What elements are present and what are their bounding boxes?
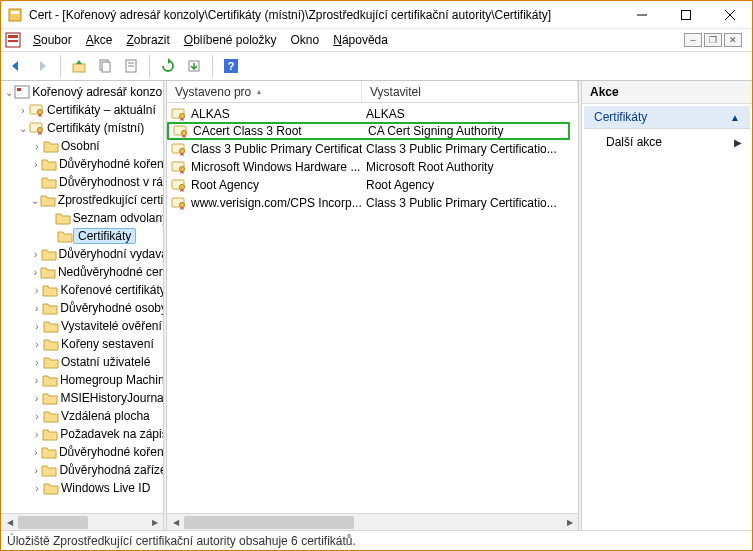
help-button[interactable]: ?: [220, 55, 242, 77]
expand-open-icon[interactable]: ⌄: [17, 123, 29, 134]
refresh-button[interactable]: [157, 55, 179, 77]
actions-section[interactable]: Certifikáty ▲: [584, 106, 750, 129]
expand-closed-icon[interactable]: ›: [31, 249, 41, 260]
sysmenu-icon[interactable]: [7, 7, 23, 23]
list-row[interactable]: CAcert Class 3 RootCA Cert Signing Autho…: [167, 122, 570, 140]
tree-item[interactable]: ›Důvěryhodná zařízení: [3, 461, 163, 479]
expand-closed-icon[interactable]: ›: [31, 393, 42, 404]
tree-label: Zprostředkující certifikační: [56, 193, 163, 207]
mdi-minimize[interactable]: –: [684, 33, 702, 47]
tree-item[interactable]: ›Důvěryhodné osoby: [3, 299, 163, 317]
expand-closed-icon[interactable]: ›: [31, 465, 41, 476]
tree-item[interactable]: ›Kořenové certifikáty: [3, 281, 163, 299]
tree-item[interactable]: ›MSIEHistoryJournal: [3, 389, 163, 407]
tree-item[interactable]: ›Vzdálená plocha: [3, 407, 163, 425]
expand-closed-icon[interactable]: ›: [31, 429, 42, 440]
menu-napoveda[interactable]: Nápověda: [327, 31, 394, 49]
actions-more-label: Další akce: [606, 135, 662, 149]
list-row[interactable]: Class 3 Public Primary Certificat...Clas…: [167, 140, 578, 158]
close-button[interactable]: [708, 1, 752, 28]
menu-akce[interactable]: Akce: [80, 31, 119, 49]
expand-closed-icon[interactable]: ›: [31, 141, 43, 152]
column-issued-to[interactable]: Vystaveno pro▴: [167, 81, 362, 102]
minimize-button[interactable]: [620, 1, 664, 28]
tree-label: Kořenové certifikáty: [58, 283, 163, 297]
svg-text:?: ?: [228, 60, 235, 72]
list-row[interactable]: ALKASALKAS: [167, 105, 578, 123]
tree-item[interactable]: ›Windows Live ID: [3, 479, 163, 497]
scroll-right-icon[interactable]: ▶: [146, 514, 163, 531]
tree-item[interactable]: Důvěryhodnost v rámci: [3, 173, 163, 191]
folder-icon: [43, 318, 59, 334]
menu-zobrazit[interactable]: Zobrazit: [120, 31, 175, 49]
expand-closed-icon[interactable]: ›: [31, 483, 43, 494]
svg-rect-8: [8, 40, 18, 42]
list-row[interactable]: Microsoft Windows Hardware ...Microsoft …: [167, 158, 578, 176]
scroll-left-icon[interactable]: ◀: [1, 514, 18, 531]
expand-closed-icon[interactable]: ›: [31, 267, 40, 278]
up-button[interactable]: [68, 55, 90, 77]
column-issuer[interactable]: Vystavitel: [362, 81, 578, 102]
tree-item[interactable]: ⌄Certifikáty (místní): [3, 119, 163, 137]
mdi-controls: – ❐ ✕: [684, 33, 748, 47]
tree-h-scrollbar[interactable]: ◀ ▶: [1, 513, 163, 530]
tree-item[interactable]: Seznam odvolaných: [3, 209, 163, 227]
expand-closed-icon[interactable]: ›: [31, 357, 43, 368]
scroll-left-icon[interactable]: ◀: [167, 514, 184, 531]
tree-item[interactable]: ›Důvěryhodní vydavatelé: [3, 245, 163, 263]
tree-item[interactable]: ›Požadavek na zápis: [3, 425, 163, 443]
tree-item[interactable]: ›Kořeny sestavení: [3, 335, 163, 353]
tree-item[interactable]: ⌄Kořenový adresář konzoly: [3, 83, 163, 101]
tree-item[interactable]: ›Homegroup Machine: [3, 371, 163, 389]
tree-label: Ostatní uživatelé: [59, 355, 152, 369]
tree-item[interactable]: ›Certifikáty – aktuální: [3, 101, 163, 119]
expand-closed-icon[interactable]: ›: [31, 159, 41, 170]
menu-oblibene[interactable]: Oblíbené položky: [178, 31, 283, 49]
expand-open-icon[interactable]: ⌄: [3, 87, 14, 98]
expand-closed-icon[interactable]: ›: [31, 285, 42, 296]
expand-closed-icon[interactable]: ›: [31, 339, 43, 350]
tree-item[interactable]: ⌄Zprostředkující certifikační: [3, 191, 163, 209]
folder-icon: [41, 156, 57, 172]
maximize-button[interactable]: [664, 1, 708, 28]
folder-icon: [57, 228, 73, 244]
actions-section-label: Certifikáty: [594, 110, 647, 124]
forward-button[interactable]: [31, 55, 53, 77]
list-h-scrollbar[interactable]: ◀ ▶: [167, 513, 578, 530]
tree-item[interactable]: ›Ostatní uživatelé: [3, 353, 163, 371]
expand-closed-icon[interactable]: ›: [31, 411, 43, 422]
tree-item[interactable]: ›Důvěryhodné kořenové: [3, 155, 163, 173]
menu-soubor[interactable]: Soubor: [27, 31, 78, 49]
tree-label: Vystavitelé ověření: [59, 319, 163, 333]
expand-open-icon[interactable]: ⌄: [31, 195, 40, 206]
expand-closed-icon[interactable]: ›: [31, 375, 42, 386]
mdi-close[interactable]: ✕: [724, 33, 742, 47]
tree[interactable]: ⌄Kořenový adresář konzoly›Certifikáty – …: [1, 81, 163, 513]
cell-issuer: CA Cert Signing Authority: [364, 124, 568, 138]
submenu-icon: ▶: [734, 137, 742, 148]
svg-rect-0: [9, 9, 21, 21]
mdi-restore[interactable]: ❐: [704, 33, 722, 47]
actions-more[interactable]: Další akce ▶: [582, 131, 752, 153]
tree-item[interactable]: ›Osobní: [3, 137, 163, 155]
tree-item[interactable]: ›Nedůvěryhodné certifikáty: [3, 263, 163, 281]
expand-closed-icon[interactable]: ›: [17, 105, 29, 116]
expand-closed-icon[interactable]: ›: [31, 321, 43, 332]
list[interactable]: ALKASALKASCAcert Class 3 RootCA Cert Sig…: [167, 103, 578, 513]
properties-button[interactable]: [120, 55, 142, 77]
export-button[interactable]: [183, 55, 205, 77]
list-row[interactable]: Root AgencyRoot Agency: [167, 176, 578, 194]
cell-issuer: Class 3 Public Primary Certificatio...: [362, 142, 578, 156]
expand-closed-icon[interactable]: ›: [31, 447, 41, 458]
back-button[interactable]: [5, 55, 27, 77]
list-row[interactable]: www.verisign.com/CPS Incorp...Class 3 Pu…: [167, 194, 578, 212]
svg-point-29: [179, 148, 184, 153]
svg-point-21: [37, 109, 42, 114]
expand-closed-icon[interactable]: ›: [31, 303, 42, 314]
tree-item[interactable]: Certifikáty: [3, 227, 163, 245]
tree-item[interactable]: ›Důvěryhodné kořenové: [3, 443, 163, 461]
copy-button[interactable]: [94, 55, 116, 77]
menu-okno[interactable]: Okno: [285, 31, 326, 49]
scroll-right-icon[interactable]: ▶: [561, 514, 578, 531]
tree-item[interactable]: ›Vystavitelé ověření: [3, 317, 163, 335]
